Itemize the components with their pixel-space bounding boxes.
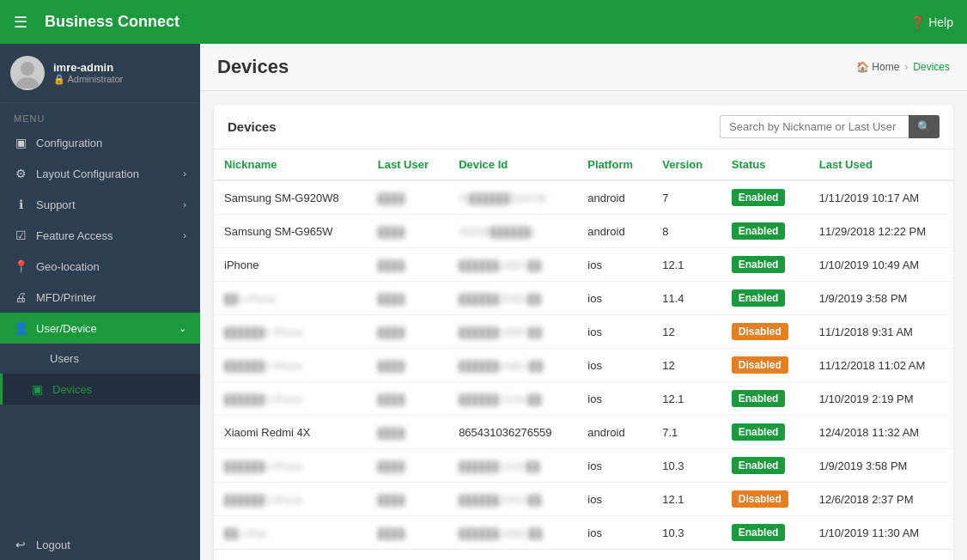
status-badge: Enabled: [732, 390, 786, 407]
col-device-id: Device Id: [448, 149, 577, 180]
breadcrumb: 🏠 Home › Devices: [856, 61, 950, 73]
feature-icon: ☑: [14, 228, 27, 242]
blurred-value: ████: [378, 327, 404, 338]
menu-label: MENU: [0, 103, 200, 127]
sidebar-item-label: Geo-location: [36, 260, 100, 273]
cell-value: 1/10/2019 10:49 AM: [809, 248, 953, 282]
cell-value: Samsung SM-G920W8: [214, 180, 368, 215]
layout-icon: ⚙: [14, 167, 27, 180]
top-header: ☰ Business Connect ❓ Help: [0, 0, 967, 44]
device-table: Nickname Last User Device Id Platform Ve…: [214, 149, 953, 549]
panel-title: Devices: [228, 119, 720, 134]
blurred-value: 35██████5542738: [459, 193, 546, 204]
chevron-right-icon: ›: [183, 199, 186, 210]
search-input[interactable]: [720, 115, 909, 138]
blurred-value: ████: [378, 260, 404, 271]
cell-value: 1/9/2019 3:58 PM: [809, 449, 953, 483]
sidebar-item-configuration[interactable]: ▣ Configuration: [0, 127, 200, 158]
avatar: [10, 56, 45, 90]
blurred-value: ██████-49AD-██: [459, 528, 542, 539]
cell-value: 10.3: [652, 449, 721, 483]
breadcrumb-separator: ›: [904, 61, 908, 73]
page-title: Devices: [217, 56, 856, 78]
cell-value: 11/29/2018 12:22 PM: [809, 215, 953, 248]
cell-value: 12/6/2018 2:37 PM: [809, 483, 953, 516]
device-panel: Devices 🔍 Nickname Last User Device Id P…: [214, 105, 953, 560]
sidebar-item-logout[interactable]: ↩ Logout: [0, 529, 200, 560]
status-badge: Enabled: [732, 524, 786, 541]
cell-value: ios: [577, 282, 652, 315]
sidebar-item-layout-configuration[interactable]: ⚙ Layout Configuration ›: [0, 158, 200, 189]
cell-value: 11.4: [652, 282, 721, 315]
status-badge: Enabled: [732, 457, 786, 474]
table-row: Samsung SM-G965W████356339██████1android…: [214, 215, 953, 248]
cell-value: ios: [577, 516, 652, 550]
col-status: Status: [721, 149, 809, 180]
cell-value: 865431036276559: [448, 416, 577, 449]
devices-icon: ▣: [30, 382, 44, 396]
status-badge: Enabled: [732, 423, 786, 441]
sidebar-item-geo-location[interactable]: 📍 Geo-location: [0, 251, 200, 282]
logout-icon: ↩: [14, 538, 27, 551]
svg-point-0: [21, 62, 34, 76]
cell-value: 12/4/2018 11:32 AM: [809, 416, 953, 449]
printer-icon: 🖨: [14, 290, 27, 304]
user-role: Administrator: [53, 74, 123, 85]
menu-icon[interactable]: ☰: [14, 13, 27, 32]
breadcrumb-home[interactable]: Home: [872, 61, 899, 73]
sidebar-item-feature-access[interactable]: ☑ Feature Access ›: [0, 220, 200, 251]
sidebar-item-label: User/Device: [36, 322, 97, 335]
cell-value: ios: [577, 349, 652, 382]
status-badge: Disabled: [732, 490, 788, 508]
user-device-icon: 👤: [14, 321, 27, 335]
col-version: Version: [652, 149, 721, 180]
blurred-value: ██████'s iPhone: [224, 327, 303, 338]
cell-value: 7: [652, 180, 721, 215]
cell-value: android: [577, 416, 652, 449]
sidebar-item-label: Layout Configuration: [36, 167, 139, 180]
chevron-down-icon: ⌄: [179, 323, 186, 334]
cell-value: 12: [652, 349, 721, 382]
sidebar-item-user-device[interactable]: 👤 User/Device ⌄: [0, 313, 200, 344]
blurred-value: ████: [378, 193, 404, 204]
search-group: 🔍: [720, 115, 940, 138]
blurred-value: ██████-25EF-██: [459, 260, 541, 271]
sidebar-item-devices[interactable]: ▣ Devices: [0, 374, 200, 405]
breadcrumb-home-icon: 🏠: [856, 61, 869, 73]
chevron-right-icon: ›: [183, 168, 186, 179]
cell-value: 1/10/2019 11:30 AM: [809, 516, 953, 550]
cell-value: ios: [577, 382, 652, 416]
pagination-bar: 1: [214, 549, 953, 560]
sidebar-item-label: Feature Access: [36, 229, 113, 242]
blurred-value: ████: [378, 227, 404, 237]
cell-value: android: [577, 180, 652, 215]
search-button[interactable]: 🔍: [909, 115, 940, 138]
blurred-value: ██████'s iPhone: [224, 394, 303, 405]
col-last-user: Last User: [368, 149, 448, 180]
help-button[interactable]: ❓ Help: [910, 15, 953, 29]
blurred-value: ██'s iPhone: [224, 294, 277, 304]
cell-value: ios: [577, 483, 652, 516]
sidebar-item-support[interactable]: ℹ Support ›: [0, 189, 200, 220]
cell-value: 12.1: [652, 248, 721, 282]
sidebar-item-label: MFD/Printer: [36, 291, 96, 304]
table-row: Xiaomi Redmi 4X████865431036276559androi…: [214, 416, 953, 449]
sidebar-item-label: Users: [50, 352, 79, 365]
table-header-row: Nickname Last User Device Id Platform Ve…: [214, 149, 953, 180]
cell-value: 8: [652, 215, 721, 248]
blurred-value: ██████-AAE1-██: [459, 361, 543, 371]
cell-value: ios: [577, 315, 652, 349]
blurred-value: ██████'s iPhone: [224, 495, 303, 505]
cell-value: 12.1: [652, 483, 721, 516]
blurred-value: ████: [378, 495, 404, 505]
chevron-right-icon: ›: [183, 230, 186, 240]
col-platform: Platform: [577, 149, 652, 180]
sidebar-item-label: Support: [36, 198, 76, 211]
sidebar-item-mfd-printer[interactable]: 🖨 MFD/Printer: [0, 282, 200, 313]
cell-value: ios: [577, 449, 652, 483]
page-header: Devices 🏠 Home › Devices: [200, 44, 967, 91]
blurred-value: ██████'s iPhone: [224, 361, 303, 371]
sidebar-item-users[interactable]: Users: [0, 344, 200, 374]
blurred-value: ████: [378, 394, 404, 405]
blurred-value: ████: [378, 428, 404, 438]
